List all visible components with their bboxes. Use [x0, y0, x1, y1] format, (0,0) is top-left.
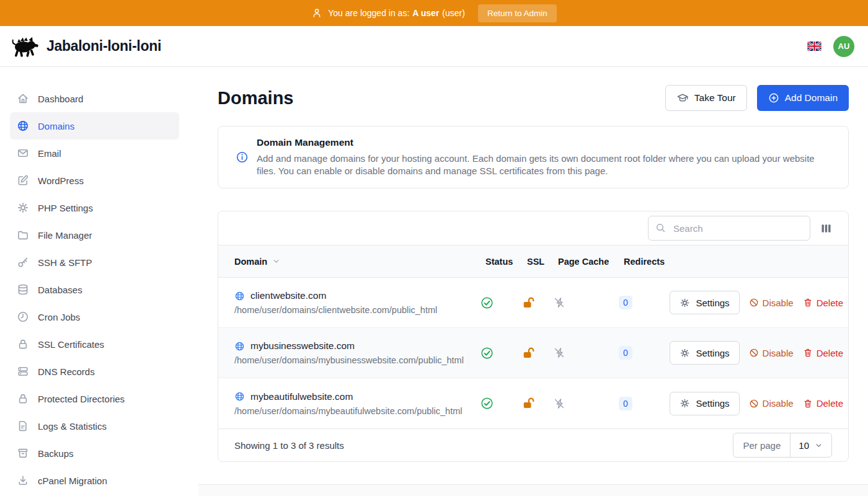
- sidebar-item-email[interactable]: Email: [10, 140, 179, 167]
- column-header-redirects: Redirects: [624, 257, 671, 267]
- sidebar-item-label: File Manager: [38, 230, 92, 241]
- sidebar-item-label: SSL Certificates: [38, 339, 104, 350]
- home-icon: [17, 92, 29, 105]
- avatar[interactable]: AU: [833, 36, 854, 57]
- slash-circle-icon: [749, 348, 759, 358]
- brand[interactable]: Jabaloni-loni-loni: [10, 35, 161, 58]
- archive-icon: [17, 447, 29, 459]
- check-circle-icon: [480, 347, 494, 360]
- columns-icon: [820, 223, 832, 234]
- sidebar-item-label: cPanel Migration: [38, 476, 107, 486]
- padlock-icon: [17, 338, 29, 350]
- domain-name: mybusinesswebsite.com: [250, 340, 355, 352]
- return-to-admin-button[interactable]: Return to Admin: [478, 4, 557, 22]
- database-icon: [17, 283, 29, 296]
- disable-button[interactable]: Disable: [749, 348, 794, 358]
- settings-button[interactable]: Settings: [670, 392, 739, 415]
- globe-icon: [234, 391, 245, 402]
- per-page-label: Per page: [733, 433, 790, 457]
- sidebar-item-ssl-certificates[interactable]: SSL Certificates: [10, 330, 179, 358]
- info-title: Domain Management: [257, 137, 833, 148]
- delete-button[interactable]: Delete: [803, 398, 843, 409]
- info-card: Domain Management Add and manage domains…: [218, 126, 849, 188]
- sidebar-item-backups[interactable]: Backups: [10, 440, 179, 467]
- settings-button[interactable]: Settings: [670, 291, 739, 314]
- searchbox: [648, 216, 810, 241]
- table-row: mybeautifulwebsite.com /home/user/domain…: [218, 378, 848, 428]
- disable-button[interactable]: Disable: [749, 298, 794, 308]
- brand-name: Jabaloni-loni-loni: [46, 38, 161, 55]
- sidebar-item-dns-records[interactable]: DNS Records: [10, 358, 179, 385]
- banner-message: You are logged in as:: [328, 8, 409, 18]
- table-row: clientwebsite.com /home/user/domains/cli…: [218, 278, 848, 328]
- table-row: mybusinesswebsite.com /home/user/domains…: [218, 328, 848, 378]
- sidebar-item-ssh-sftp[interactable]: SSH & SFTP: [10, 249, 179, 276]
- domain-path: /home/user/domains/clientwebsite.com/pub…: [234, 305, 480, 315]
- trash-icon: [803, 399, 813, 409]
- sidebar-item-file-manager[interactable]: File Manager: [10, 221, 179, 249]
- domain-path: /home/user/domains/mybeautifulwebsite.co…: [234, 406, 480, 416]
- main-content: Domains Take Tour Add Domain Domain Mana…: [198, 67, 868, 496]
- trash-icon: [803, 298, 813, 308]
- delete-button[interactable]: Delete: [803, 298, 843, 308]
- impersonation-banner: You are logged in as: A user (user) Retu…: [0, 0, 868, 26]
- sidebar-item-wordpress[interactable]: WordPress: [10, 167, 179, 194]
- info-icon: [236, 151, 249, 164]
- sidebar-item-cron-jobs[interactable]: Cron Jobs: [10, 303, 179, 330]
- results-summary: Showing 1 to 3 of 3 results: [234, 440, 344, 451]
- take-tour-button[interactable]: Take Tour: [665, 85, 747, 111]
- check-circle-icon: [480, 397, 494, 410]
- search-icon: [655, 223, 666, 233]
- domain-path: /home/user/domains/mybusinesswebsite.com…: [234, 355, 480, 365]
- add-domain-label: Add Domain: [785, 92, 838, 104]
- table-header-row: Domain Status SSL Page Cache Redirects: [218, 245, 848, 278]
- sidebar-item-label: Logs & Statistics: [38, 421, 107, 432]
- column-settings-button[interactable]: [820, 221, 832, 236]
- delete-button[interactable]: Delete: [803, 348, 843, 358]
- slash-circle-icon: [749, 298, 759, 308]
- banner-user-name: A user: [412, 8, 439, 18]
- sidebar-item-logs-statistics[interactable]: Logs & Statistics: [10, 412, 179, 440]
- domain-name: mybeautifulwebsite.com: [250, 391, 353, 402]
- sidebar-item-label: PHP Settings: [38, 203, 93, 213]
- person-icon: [311, 7, 322, 19]
- unlock-icon[interactable]: [522, 296, 535, 309]
- info-description: Add and manage domains for your hosting …: [257, 153, 833, 177]
- sidebar-item-php-settings[interactable]: PHP Settings: [10, 194, 179, 221]
- add-domain-button[interactable]: Add Domain: [757, 85, 849, 111]
- gear-icon: [680, 398, 690, 409]
- per-page-control: Per page 10: [733, 433, 832, 458]
- unlock-icon[interactable]: [522, 347, 535, 360]
- lightning-off-icon[interactable]: [553, 296, 565, 309]
- sidebar-item-cpanel-migration[interactable]: cPanel Migration: [10, 467, 179, 494]
- lightning-off-icon[interactable]: [553, 397, 565, 410]
- unlock-icon[interactable]: [522, 397, 535, 410]
- sidebar-item-label: SSH & SFTP: [38, 257, 92, 268]
- redirects-count-badge: 0: [619, 346, 632, 360]
- column-header-domain[interactable]: Domain: [218, 257, 485, 267]
- server-icon: [17, 365, 29, 378]
- sidebar-item-label: Email: [38, 148, 61, 159]
- redirects-count-badge: 0: [619, 296, 632, 309]
- table-footer: Showing 1 to 3 of 3 results Per page 10: [218, 428, 848, 461]
- disable-button[interactable]: Disable: [749, 398, 794, 409]
- envelope-icon: [17, 147, 29, 159]
- per-page-select[interactable]: 10: [790, 433, 831, 457]
- sidebar-item-protected-directories[interactable]: Protected Directories: [10, 385, 179, 412]
- graduation-cap-icon: [676, 92, 689, 104]
- globe-icon: [17, 120, 29, 132]
- domain-name: clientwebsite.com: [250, 290, 326, 301]
- search-input[interactable]: [648, 216, 810, 241]
- lightning-off-icon[interactable]: [553, 347, 565, 359]
- pencil-square-icon: [17, 174, 29, 187]
- app-header: Jabaloni-loni-loni AU: [0, 26, 868, 67]
- sidebar-item-dashboard[interactable]: Dashboard: [10, 85, 179, 112]
- sidebar-item-databases[interactable]: Databases: [10, 276, 179, 303]
- language-flag-button[interactable]: [807, 42, 822, 51]
- gear-icon: [17, 202, 29, 214]
- column-header-status: Status: [485, 257, 527, 267]
- clock-icon: [17, 311, 29, 323]
- globe-icon: [234, 341, 245, 352]
- settings-button[interactable]: Settings: [670, 341, 739, 365]
- sidebar-item-domains[interactable]: Domains: [10, 112, 179, 140]
